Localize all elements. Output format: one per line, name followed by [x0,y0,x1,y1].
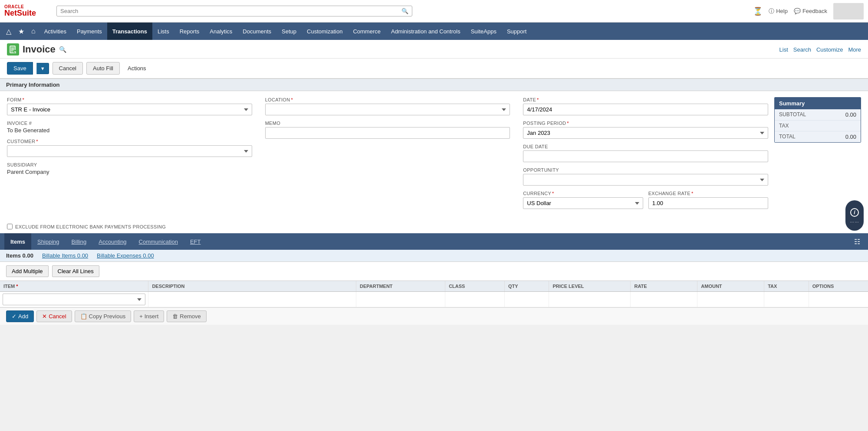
tab-communication[interactable]: Communication [133,233,184,250]
form-col-3: DATE * POSTING PERIOD * Jan 2023 DUE DAT [523,97,768,214]
department-input[interactable] [359,294,442,305]
memo-group: MEMO [265,121,510,139]
nav-transactions[interactable]: Transactions [107,23,152,40]
memo-label: MEMO [265,121,510,126]
tab-accounting[interactable]: Accounting [92,233,132,250]
history-icon[interactable]: ⏳ [753,7,763,16]
class-cell [445,292,505,307]
amount-cell [697,292,764,307]
nav-star-icon[interactable]: ★ [15,23,28,40]
due-date-input[interactable] [523,150,768,162]
search-input[interactable] [60,8,400,14]
nav-admin[interactable]: Administration and Controls [386,23,466,40]
save-button[interactable]: Save [7,62,33,75]
page-search-icon[interactable]: 🔍 [59,46,66,53]
description-cell [148,292,356,307]
exchange-rate-input[interactable] [648,197,768,209]
help-link[interactable]: ⓘ Help [769,7,788,15]
th-tax: TAX [764,281,809,292]
autofill-button[interactable]: Auto Fill [86,62,120,75]
info-circle-icon: i [850,208,859,217]
form-col-1: FORM * STR E - Invoice INVOICE # To Be G… [7,97,252,214]
billable-items-label[interactable]: Billable Items 0.00 [42,252,88,259]
actions-button[interactable]: Actions [123,62,151,74]
nav-support[interactable]: Support [502,23,532,40]
nav-home-icon[interactable]: ⌂ [28,23,39,40]
total-label: TOTAL [779,134,796,140]
form-col-2: LOCATION * MEMO [265,97,510,214]
checkmark-icon: ✓ [12,313,16,320]
due-date-group: DUE DATE [523,144,768,162]
tab-eft[interactable]: EFT [184,233,207,250]
copy-icon: 📋 [80,313,87,320]
th-price-level: PRICE LEVEL [549,281,631,292]
row-remove-button[interactable]: 🗑 Remove [167,310,206,322]
header-more-link[interactable]: More [848,46,861,53]
nav-suiteapps[interactable]: SuiteApps [466,23,502,40]
th-options: OPTIONS [809,281,868,292]
items-toolbar: Add Multiple Clear All Lines [0,262,868,281]
search-icon[interactable]: 🔍 [401,8,408,14]
exclude-checkbox-row: EXCLUDE FROM ELECTRONIC BANK PAYMENTS PR… [0,220,868,233]
nav-activities[interactable]: Activities [39,23,72,40]
keypad-dots-icon: …… [850,219,859,223]
form-field-group: FORM * STR E - Invoice [7,97,252,115]
row-copy-previous-button[interactable]: 📋 Copy Previous [75,310,132,322]
customer-select[interactable] [7,145,252,157]
header-list-link[interactable]: List [779,46,788,53]
form-select[interactable]: STR E - Invoice [7,104,252,115]
tab-shipping[interactable]: Shipping [31,233,66,250]
nav-lists[interactable]: Lists [152,23,174,40]
currency-select[interactable]: US Dollar [523,197,643,209]
opportunity-group: OPPORTUNITY [523,167,768,186]
help-icon: ⓘ [769,7,774,15]
nav-reports[interactable]: Reports [174,23,205,40]
currency-row: CURRENCY * US Dollar EXCHANGE RATE * [523,191,768,214]
row-add-button[interactable]: ✓ Add [6,310,34,322]
item-select[interactable] [3,294,145,305]
description-input[interactable] [151,294,353,305]
table-row [0,292,868,307]
summary-body: SUBTOTAL 0.00 TAX TOTAL 0.00 [775,109,861,142]
opportunity-label: OPPORTUNITY [523,167,768,173]
nav-analytics[interactable]: Analytics [204,23,237,40]
memo-input[interactable] [265,127,510,139]
clear-all-lines-button[interactable]: Clear All Lines [52,265,99,277]
trash-icon: 🗑 [172,313,178,320]
feedback-link[interactable]: 💬 Feedback [794,8,827,14]
nav-clock-icon[interactable]: △ [3,23,15,40]
tax-label: TAX [779,123,789,129]
form-grid: FORM * STR E - Invoice INVOICE # To Be G… [7,97,768,214]
header-search-link[interactable]: Search [793,46,811,53]
save-dropdown-button[interactable]: ▼ [36,63,49,74]
posting-period-label: POSTING PERIOD * [523,121,768,126]
row-cancel-button[interactable]: ✕ Cancel [36,310,72,322]
nav-documents[interactable]: Documents [237,23,276,40]
add-multiple-button[interactable]: Add Multiple [6,265,49,277]
location-group: LOCATION * [265,97,510,115]
nav-customization[interactable]: Customization [302,23,348,40]
summary-tax-row: TAX [775,121,861,131]
rate-cell [631,292,697,307]
floating-info-button[interactable]: i …… [845,200,864,231]
subtotal-value: 0.00 [845,111,856,118]
tab-billing[interactable]: Billing [66,233,93,250]
tab-items[interactable]: Items [4,233,31,250]
header-customize-link[interactable]: Customize [816,46,843,53]
nav-commerce[interactable]: Commerce [348,23,386,40]
billable-expenses-label[interactable]: Billable Expenses 0.00 [97,252,154,259]
subsidiary-group: SUBSIDIARY Parent Company [7,162,252,175]
netsuite-label: NetSuite [4,9,48,18]
opportunity-select[interactable] [523,174,768,186]
date-input[interactable] [523,104,768,115]
row-insert-button[interactable]: + Insert [134,310,164,322]
tab-icon-grid[interactable]: ☷ [851,238,864,246]
nav-payments[interactable]: Payments [72,23,107,40]
summary-title: Summary [775,98,861,109]
nav-setup[interactable]: Setup [276,23,302,40]
svg-text:$: $ [14,50,16,54]
location-select[interactable] [265,104,510,115]
exclude-checkbox[interactable] [7,224,13,229]
cancel-button[interactable]: Cancel [53,62,83,75]
posting-period-select[interactable]: Jan 2023 [523,127,768,139]
